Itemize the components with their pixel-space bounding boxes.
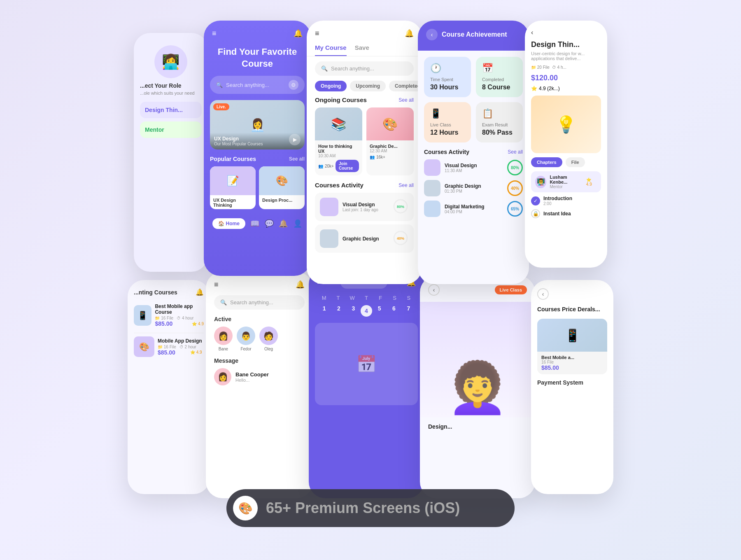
back-btn-b4[interactable]: ‹ [428, 284, 440, 296]
search-placeholder-s3: Search anything... [331, 65, 374, 72]
member-fedor-name: Fedor [237, 347, 255, 351]
see-all-s4[interactable]: See all [508, 149, 523, 155]
screen-bottom-1: ...nting Courses 🔔 📱 Best Mobile app Cou… [128, 280, 210, 494]
sb1-header: ...nting Courses 🔔 [128, 280, 210, 300]
design-thinking-header: ‹ [525, 21, 607, 40]
date-7[interactable]: 7 [401, 305, 416, 317]
stat-live-class: 📱 Live Class 12 Hours [424, 102, 471, 142]
activity-item-visual[interactable]: Visual Design 11:30 AM 80% [424, 159, 523, 176]
back-btn-b5[interactable]: ‹ [537, 288, 549, 300]
activity-img-visual [320, 198, 338, 216]
promo-icon: 🎨 [233, 496, 258, 520]
menu-icon-b2[interactable]: ≡ [214, 280, 219, 289]
member-fedor[interactable]: 👨 Fedor [237, 327, 255, 351]
screen1-mentor-btn[interactable]: Mentor [140, 121, 202, 138]
chapter-intro-name: Introduction [543, 196, 572, 201]
tag-hours: ⏱ 4 h... [552, 65, 566, 70]
profile-photo-area: 👩‍🦱 [420, 302, 535, 417]
chapter-instant[interactable]: 🔒 Instant Idea [531, 209, 601, 218]
ongoing-title: Ongoing Courses [315, 96, 367, 103]
activity-section-header: Courses Activity See all [424, 149, 523, 155]
date-1[interactable]: 1 [317, 305, 331, 317]
chapters-list: ✓ Introduction 2:00 🔒 Instant Idea [525, 196, 607, 218]
play-button[interactable]: ▶ [289, 134, 301, 145]
screen1-student-btn[interactable]: Design Thin... [140, 102, 202, 118]
join-btn-ux[interactable]: Join Course [336, 160, 359, 172]
nav-book[interactable]: 📖 [250, 219, 259, 228]
member-bane[interactable]: 👩 Bane [214, 327, 233, 351]
stat-completed: 📅 Completed 8 Course [476, 57, 523, 97]
search-icon-b2: 🔍 [220, 299, 227, 306]
mentor-card[interactable]: 👨‍🏫 Lusham Kenbe... Mentor ⭐ 4.9 [531, 171, 601, 192]
b1-course-2[interactable]: 🎨 Mobile App Design 📁 16 File ⏱ 2 hour $… [128, 333, 210, 363]
chapter-instant-name: Instant Idea [543, 211, 571, 217]
sb2-search[interactable]: 🔍 Search anything... [214, 295, 305, 310]
b1-course1-name: Best Mobile app Course [155, 303, 204, 315]
activity-visual-name: Visual Design [445, 163, 503, 168]
screen-partial-left: 👩‍💻 ...ect Your Role ...ole which suits … [134, 33, 208, 272]
see-all-ongoing[interactable]: See all [398, 97, 414, 103]
filter-completed[interactable]: Completed [389, 81, 422, 91]
activity-section: Courses Activity See all Visual Design 1… [418, 149, 529, 217]
nav-alarm[interactable]: 🔔 [279, 219, 288, 228]
menu-icon[interactable]: ≡ [212, 29, 217, 38]
price-course-card[interactable]: 📱 Best Mobile a... 16 File $85.00 [537, 319, 607, 374]
filter-icon[interactable]: ⚙ [289, 80, 298, 90]
nav-chat[interactable]: 💬 [265, 219, 274, 228]
ongoing-course-ux[interactable]: 📚 How to thinking UX 10:30 AM 👥 20k+ Joi… [315, 107, 362, 175]
mentor-info: Lusham Kenbe... Mentor [550, 175, 583, 189]
ongoing-time-graphic: 12:30 AM [370, 149, 410, 153]
bell-icon[interactable]: 🔔 [294, 29, 303, 38]
ongoing-img-ux: 📚 [315, 107, 362, 140]
tab-my-course[interactable]: My Course [315, 44, 347, 56]
message-item[interactable]: 👩 Bane Cooper Hello... [206, 368, 313, 385]
price-course-price: $85.00 [541, 364, 603, 371]
see-all-popular[interactable]: See all [289, 156, 305, 162]
date-2[interactable]: 2 [331, 305, 346, 317]
activity-item-graphic[interactable]: Graphic Design 01:30 PM 40% [424, 180, 523, 196]
activity-img-digital-s4 [424, 201, 440, 217]
date-6[interactable]: 6 [387, 305, 401, 317]
mentor-avatar: 👨‍🏫 [535, 176, 546, 188]
b1-course-1[interactable]: 📱 Best Mobile app Course 📁 16 File ⏱ 4 h… [128, 300, 210, 333]
screen3-search[interactable]: 🔍 Search anything... [315, 61, 414, 76]
tab-save[interactable]: Save [355, 44, 369, 56]
filter-upcoming[interactable]: Upcoming [350, 81, 386, 91]
live-course-card[interactable]: 👩‍💼 Live. UX Design Our Most Popular Cou… [210, 100, 305, 149]
activity-visual-design[interactable]: Visual Design Last join: 1 day ago 80% [315, 193, 414, 221]
completed-label: Completed [482, 77, 517, 82]
nav-profile[interactable]: 👤 [293, 219, 302, 228]
back-btn-s4[interactable]: ‹ [426, 29, 438, 40]
back-btn-s5[interactable]: ‹ [531, 29, 533, 36]
course-card-ux[interactable]: 📝 UX Design Thinking [210, 166, 256, 209]
course-card-design[interactable]: 🎨 Design Proc... [259, 166, 305, 209]
activity-graphic-design[interactable]: Graphic Design 40% [315, 224, 414, 253]
activity-digital-name: Digital Marketing [445, 204, 503, 210]
member-oleg[interactable]: 🧑 Oleg [259, 327, 278, 351]
ongoing-course-graphic[interactable]: 🎨 Graphic De... 12:30 AM 👥 16k+ [366, 107, 414, 175]
screen1-title: ...ect Your Role [140, 82, 202, 89]
date-3[interactable]: 3 [346, 305, 361, 317]
screen2-search[interactable]: 🔍 Search anything... ⚙ [210, 76, 305, 94]
screen-design-thinking: ‹ Design Thin... User-centric design for… [525, 21, 607, 268]
mentor-role: Mentor [550, 184, 583, 189]
date-5[interactable]: 5 [372, 305, 387, 317]
date-4-active[interactable]: 4 [361, 305, 372, 317]
b1-course1-price: $85.00 [155, 320, 172, 327]
menu-icon-s3[interactable]: ≡ [315, 29, 319, 38]
filter-ongoing[interactable]: Ongoing [315, 81, 347, 91]
promo-banner: 🎨 65+ Premium Screens (iOS) [226, 489, 515, 527]
clock-icon: 🕐 [430, 63, 465, 74]
nav-home[interactable]: 🏠 Home [212, 218, 245, 229]
bell-icon-b2[interactable]: 🔔 [296, 280, 305, 289]
bell-icon-s3[interactable]: 🔔 [405, 29, 414, 38]
tab-chapters[interactable]: Chapters [531, 157, 562, 167]
mentor-section: 👨‍🏫 Lusham Kenbe... Mentor ⭐ 4.9 [525, 171, 607, 192]
screen-course-achievement: ‹ Course Achievement 🕐 Time Spent 30 Hou… [418, 21, 529, 284]
see-all-activity[interactable]: See all [398, 182, 414, 188]
tab-file[interactable]: File [566, 157, 585, 167]
chapter-intro[interactable]: ✓ Introduction 2:00 [531, 196, 601, 206]
day-F: F [373, 295, 387, 301]
bell-icon-b1[interactable]: 🔔 [196, 288, 204, 296]
activity-item-digital[interactable]: Digital Marketing 04:00 PM 65% [424, 201, 523, 217]
